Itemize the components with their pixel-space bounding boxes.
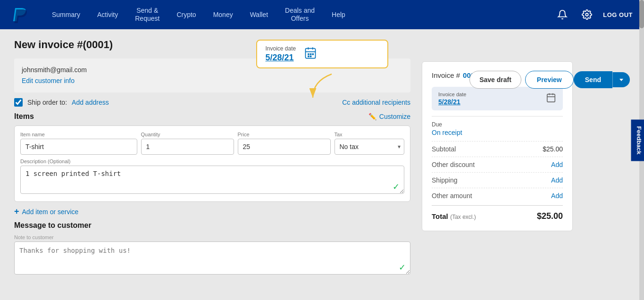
- pencil-icon: ✏️: [368, 113, 376, 120]
- other-amount-row: Other amount Add: [432, 188, 563, 203]
- main-content: Invoice date 5/28/21: [0, 29, 644, 286]
- ship-order-row: Ship order to: Add address Cc additional…: [14, 98, 410, 107]
- tax-select-wrapper: No tax ▾: [335, 139, 405, 155]
- invoice-date-callout-label: Invoice date: [266, 45, 296, 52]
- total-value: $25.00: [537, 211, 563, 221]
- sidebar-item-send-request[interactable]: Send &Request: [126, 0, 168, 29]
- other-amount-label: Other amount: [432, 192, 472, 200]
- subtotal-row: Subtotal $25.00: [432, 141, 563, 157]
- settings-icon[interactable]: [578, 6, 595, 23]
- invoice-date-info: Invoice date 5/28/21: [438, 92, 466, 106]
- sidebar-item-wallet[interactable]: Wallet: [242, 0, 276, 29]
- navbar: Summary Activity Send &Request Crypto Mo…: [0, 0, 644, 29]
- sidebar-item-crypto[interactable]: Crypto: [168, 0, 204, 29]
- paypal-logo[interactable]: [11, 5, 28, 24]
- svg-rect-8: [308, 55, 309, 57]
- total-label-group: Total (Tax excl.): [432, 212, 476, 221]
- sidebar-item-help[interactable]: Help: [323, 0, 354, 29]
- calendar-icon[interactable]: [303, 46, 318, 62]
- edit-customer-link[interactable]: Edit customer info: [22, 77, 75, 84]
- add-item-link[interactable]: + Add item or service: [14, 207, 410, 217]
- shipping-label: Shipping: [432, 176, 458, 184]
- sidebar-item-summary[interactable]: Summary: [43, 0, 89, 29]
- sidebar-item-activity[interactable]: Activity: [89, 0, 126, 29]
- message-edit-icon: ✓: [399, 262, 406, 273]
- svg-rect-12: [547, 94, 555, 102]
- svg-rect-5: [308, 53, 309, 55]
- send-dropdown-button[interactable]: [612, 72, 630, 87]
- shipping-add-link[interactable]: Add: [551, 176, 563, 184]
- item-name-input[interactable]: [20, 139, 137, 155]
- total-row: Total (Tax excl.) $25.00: [432, 205, 563, 221]
- cc-recipients-link[interactable]: Cc additional recipients: [342, 99, 410, 106]
- calendar-small-icon[interactable]: [546, 92, 556, 105]
- send-button[interactable]: Send: [574, 71, 612, 88]
- ship-order-left: Ship order to: Add address: [14, 98, 109, 107]
- svg-point-0: [586, 13, 589, 16]
- discount-add-link[interactable]: Add: [551, 161, 563, 168]
- discount-label: Other discount: [432, 161, 475, 168]
- quantity-group: Quantity: [141, 132, 234, 155]
- svg-rect-9: [310, 55, 312, 57]
- divider-1: [432, 116, 563, 117]
- message-box-wrapper: Note to customer Thanks for shopping wit…: [14, 234, 410, 276]
- tax-group: Tax No tax ▾: [335, 132, 405, 155]
- subtotal-label: Subtotal: [432, 145, 456, 153]
- invoice-date-callout-text: Invoice date 5/28/21: [266, 45, 296, 63]
- quantity-input[interactable]: [141, 139, 234, 155]
- discount-row: Other discount Add: [432, 157, 563, 172]
- callout-arrow: [308, 72, 346, 100]
- description-label: Description (Optional): [20, 158, 404, 164]
- feedback-tab[interactable]: Feedback: [631, 120, 644, 161]
- left-panel: New invoice #(0001) johnsmith@gmail.com …: [14, 39, 410, 276]
- edit-icon: ✓: [393, 182, 400, 192]
- preview-button[interactable]: Preview: [525, 71, 574, 89]
- customize-link[interactable]: ✏️ Customize: [368, 113, 410, 120]
- shipping-row: Shipping Add: [432, 172, 563, 188]
- logout-button[interactable]: LOG OUT: [603, 11, 633, 18]
- sidebar-item-deals-offers[interactable]: Deals andOffers: [276, 0, 323, 29]
- tax-select[interactable]: No tax: [335, 139, 405, 155]
- inv-date-value[interactable]: 5/28/21: [438, 98, 466, 106]
- due-label: Due: [432, 121, 563, 128]
- item-row: Item name Quantity Price Tax No tax: [14, 125, 410, 202]
- description-field: Description (Optional) 1 screen printed …: [20, 158, 404, 196]
- due-value: On receipt: [432, 129, 563, 136]
- price-label: Price: [238, 132, 331, 137]
- invoice-date-callout-value[interactable]: 5/28/21: [266, 53, 296, 63]
- ship-order-checkbox[interactable]: [14, 98, 23, 107]
- note-label: Note to customer: [14, 234, 410, 240]
- sidebar-item-money[interactable]: Money: [205, 0, 242, 29]
- invoice-date-callout: Invoice date 5/28/21: [256, 40, 388, 68]
- item-fields: Item name Quantity Price Tax No tax: [20, 132, 404, 155]
- quantity-label: Quantity: [141, 132, 234, 137]
- subtotal-value: $25.00: [543, 145, 563, 153]
- customize-label: Customize: [379, 113, 410, 120]
- message-textarea[interactable]: Thanks for shopping with us!: [14, 242, 410, 275]
- total-tax-excl: (Tax excl.): [450, 214, 476, 220]
- invoice-number-label: Invoice #: [432, 71, 460, 79]
- items-header: Items ✏️ Customize: [14, 112, 410, 121]
- svg-rect-7: [312, 53, 314, 55]
- items-label: Items: [14, 112, 34, 121]
- invoice-date-row: Invoice date 5/28/21: [432, 87, 563, 110]
- other-amount-add-link[interactable]: Add: [551, 192, 563, 200]
- svg-rect-6: [310, 53, 312, 55]
- add-address-link[interactable]: Add address: [72, 99, 109, 106]
- svg-marker-11: [619, 79, 623, 81]
- message-to-customer-label: Message to customer: [14, 221, 410, 230]
- due-row: Due On receipt: [432, 121, 563, 136]
- plus-icon: +: [14, 207, 19, 217]
- add-item-label: Add item or service: [22, 208, 79, 216]
- tax-label: Tax: [335, 132, 405, 137]
- price-group: Price: [238, 132, 331, 155]
- save-draft-button[interactable]: Save draft: [469, 71, 521, 89]
- total-label: Total: [432, 212, 448, 220]
- description-textarea[interactable]: 1 screen printed T-shirt: [20, 166, 404, 194]
- scrollbar-thumb[interactable]: [639, 0, 644, 28]
- price-input[interactable]: [238, 139, 331, 155]
- action-buttons: Save draft Preview Send: [469, 71, 630, 89]
- notifications-icon[interactable]: [554, 6, 571, 23]
- item-name-group: Item name: [20, 132, 137, 155]
- nav-right: LOG OUT: [554, 6, 633, 23]
